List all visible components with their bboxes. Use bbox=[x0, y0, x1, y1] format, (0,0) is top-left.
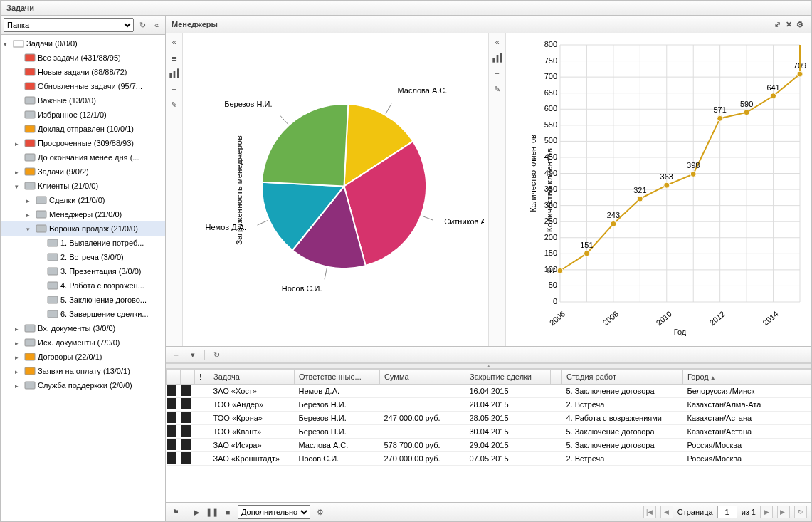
tree-label: 5. Заключение догово... bbox=[60, 296, 147, 304]
column-header[interactable] bbox=[167, 370, 181, 385]
gear-icon[interactable]: ⚙ bbox=[794, 19, 806, 30]
column-header[interactable] bbox=[551, 370, 562, 385]
tree-item[interactable]: Воронка продаж (21/0/0) bbox=[1, 221, 165, 236]
refresh-icon[interactable]: ↻ bbox=[137, 19, 148, 31]
collapse-chart-icon[interactable]: « bbox=[492, 36, 503, 48]
row-marker[interactable] bbox=[167, 452, 181, 466]
collapse-up-icon[interactable]: ⤢ bbox=[771, 19, 783, 30]
row-marker[interactable] bbox=[167, 385, 181, 398]
tree-expand-icon[interactable] bbox=[15, 353, 23, 361]
tree-expand-icon[interactable] bbox=[26, 210, 35, 219]
column-header[interactable]: Город▲ bbox=[683, 370, 811, 385]
row-marker[interactable] bbox=[181, 398, 195, 412]
tree-item[interactable]: Задачи (9/0/2) bbox=[1, 165, 165, 179]
tree-item[interactable]: Договоры (22/0/1) bbox=[1, 350, 165, 364]
refresh-icon[interactable]: ↻ bbox=[211, 349, 222, 360]
add-icon[interactable]: ＋ bbox=[170, 349, 181, 360]
table-row[interactable]: ЗАО «Искра»Маслова А.С.578 700.00 руб.29… bbox=[167, 439, 811, 452]
tree-item[interactable]: 5. Заключение догово... bbox=[1, 293, 165, 307]
tree-expand-icon[interactable] bbox=[15, 139, 23, 147]
tree-item[interactable]: Сделки (21/0/0) bbox=[1, 193, 165, 207]
table-row[interactable]: ТОО «Крона»Березов Н.И.247 000.00 руб.28… bbox=[167, 412, 811, 425]
row-marker[interactable] bbox=[181, 425, 195, 439]
tree-item[interactable]: Менеджеры (21/0/0) bbox=[1, 207, 165, 221]
table-row[interactable]: ТОО «Квант»Березов Н.И.30.04.20155. Закл… bbox=[167, 425, 811, 439]
tree-item[interactable]: Заявки на оплату (13/0/1) bbox=[1, 364, 165, 378]
row-marker[interactable] bbox=[167, 412, 181, 425]
pause-icon[interactable]: ❚❚ bbox=[206, 506, 218, 518]
tree-item[interactable]: 1. Выявление потреб... bbox=[1, 236, 165, 250]
tree-expand-icon[interactable] bbox=[15, 367, 23, 375]
tree-item[interactable]: Служба поддержки (2/0/0) bbox=[1, 378, 165, 392]
tree-item[interactable]: Просроченные (309/88/93) bbox=[1, 136, 165, 150]
pager-next-icon[interactable]: ▶ bbox=[760, 506, 773, 518]
tree-item[interactable]: До окончания менее дня (... bbox=[1, 150, 165, 165]
table-row[interactable]: ЗАО «Кронштадт»Носов С.И.270 000.00 руб.… bbox=[167, 452, 811, 466]
column-header[interactable]: Закрытие сделки bbox=[465, 370, 551, 385]
gear-dropdown-icon[interactable]: ⚙ bbox=[315, 506, 326, 518]
tree-expand-icon[interactable] bbox=[15, 338, 23, 347]
stop-icon[interactable]: ■ bbox=[222, 506, 233, 518]
svg-rect-14 bbox=[48, 239, 58, 246]
svg-rect-39 bbox=[496, 55, 498, 63]
pager-first-icon[interactable]: |◀ bbox=[643, 506, 656, 518]
tree-expand-icon[interactable] bbox=[15, 324, 23, 333]
tree-item[interactable]: Избранное (12/1/0) bbox=[1, 108, 165, 122]
tree-expand-icon[interactable] bbox=[26, 224, 35, 233]
flag-icon[interactable]: ⚑ bbox=[170, 506, 181, 518]
column-header[interactable]: Ответственные... bbox=[295, 370, 380, 385]
bar-chart-icon[interactable] bbox=[492, 52, 503, 63]
table-row[interactable]: ТОО «Андер»Березов Н.И.28.04.20152. Встр… bbox=[167, 398, 811, 412]
row-marker[interactable] bbox=[181, 412, 195, 425]
column-header[interactable]: Стадия работ bbox=[562, 370, 683, 385]
tree-item[interactable]: Исх. документы (7/0/0) bbox=[1, 335, 165, 350]
list-view-icon[interactable]: ≣ bbox=[169, 52, 180, 63]
grid-splitter[interactable]: ▴ bbox=[166, 363, 811, 369]
pencil-icon[interactable]: ✎ bbox=[492, 83, 503, 95]
collapse-chart-icon[interactable]: « bbox=[169, 36, 180, 48]
close-panel-icon[interactable]: ✕ bbox=[783, 19, 794, 30]
column-header[interactable]: ! bbox=[195, 370, 209, 385]
minus-icon[interactable]: − bbox=[169, 83, 180, 95]
pager-refresh-icon[interactable]: ↻ bbox=[794, 506, 807, 518]
tree-root[interactable]: Задачи (0/0/0) bbox=[1, 36, 165, 51]
extra-select[interactable]: Дополнительно bbox=[238, 505, 310, 519]
row-marker[interactable] bbox=[167, 398, 181, 412]
row-marker[interactable] bbox=[167, 425, 181, 439]
tree-expand-icon[interactable] bbox=[15, 381, 23, 390]
row-marker[interactable] bbox=[181, 439, 195, 452]
row-marker[interactable] bbox=[181, 452, 195, 466]
tree-item[interactable]: Обновленные задачи (95/7... bbox=[1, 79, 165, 93]
tree-item[interactable]: Доклад отправлен (10/0/1) bbox=[1, 122, 165, 136]
column-header[interactable]: Сумма bbox=[380, 370, 465, 385]
bar-chart-icon[interactable] bbox=[169, 68, 180, 79]
play-icon[interactable]: ▶ bbox=[191, 506, 202, 518]
dropdown-icon[interactable]: ▾ bbox=[187, 349, 199, 360]
pager-last-icon[interactable]: ▶| bbox=[777, 506, 790, 518]
tree-item[interactable]: Вх. документы (3/0/0) bbox=[1, 321, 165, 335]
tree-item[interactable]: 2. Встреча (3/0/0) bbox=[1, 250, 165, 264]
column-header[interactable]: Задача bbox=[209, 370, 295, 385]
pencil-icon[interactable]: ✎ bbox=[169, 99, 180, 110]
tree-expand-icon[interactable] bbox=[26, 196, 35, 204]
tree-item[interactable]: Клиенты (21/0/0) bbox=[1, 179, 165, 193]
pager-input[interactable] bbox=[717, 506, 737, 518]
column-header[interactable] bbox=[181, 370, 195, 385]
pager-prev-icon[interactable]: ◀ bbox=[660, 506, 673, 518]
folder-select[interactable]: Папка bbox=[4, 18, 134, 32]
row-marker[interactable] bbox=[167, 439, 181, 452]
tree-item[interactable]: Важные (13/0/0) bbox=[1, 93, 165, 108]
collapse-left-icon[interactable]: « bbox=[151, 19, 162, 31]
tree-item[interactable]: 4. Работа с возражен... bbox=[1, 278, 165, 293]
city-cell: Казахстан/Астана bbox=[683, 412, 811, 425]
row-marker[interactable] bbox=[181, 385, 195, 398]
tree-expand-icon[interactable] bbox=[15, 182, 23, 190]
tree-item[interactable]: Новые задачи (88/88/72) bbox=[1, 65, 165, 79]
tree-expand-icon[interactable] bbox=[4, 39, 12, 48]
minus-icon[interactable]: − bbox=[492, 68, 503, 79]
tree-item[interactable]: 6. Завершение сделки... bbox=[1, 307, 165, 321]
tree-item[interactable]: 3. Презентация (3/0/0) bbox=[1, 264, 165, 278]
tree-expand-icon[interactable] bbox=[15, 167, 23, 176]
table-row[interactable]: ЗАО «Хост»Немов Д.А.16.04.20155. Заключе… bbox=[167, 385, 811, 398]
tree-item[interactable]: Все задачи (431/88/95) bbox=[1, 51, 165, 65]
